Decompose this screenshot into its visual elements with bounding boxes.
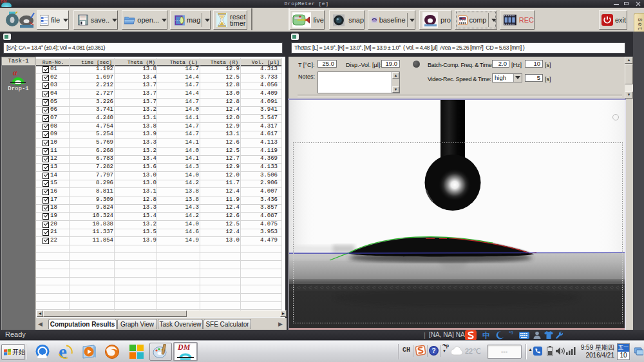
svg-text:?: ? <box>431 347 435 354</box>
